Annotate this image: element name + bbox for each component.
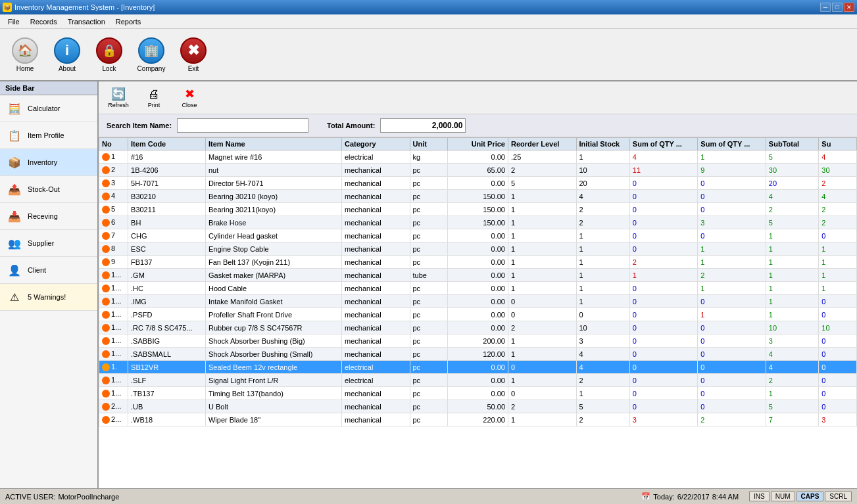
- cell-name: Rubber cup 7/8 S SC47567R: [205, 321, 341, 334]
- cell-unit: pc: [410, 334, 448, 348]
- today-date: 6/22/2017: [677, 493, 710, 501]
- exit-button[interactable]: ✖ Exit: [174, 32, 213, 78]
- sidebar-item-stock-out[interactable]: 📤 Stock-Out: [0, 176, 97, 203]
- cell-sumqty1: 0: [629, 361, 698, 374]
- table-row[interactable]: 1... .TB137 Timing Belt 137(bando) mecha…: [99, 387, 857, 400]
- menu-records[interactable]: Records: [25, 16, 62, 27]
- cell-code: SB12VR: [128, 361, 206, 374]
- table-row[interactable]: 1... .GM Gasket maker (MARPA) mechanical…: [99, 269, 857, 282]
- cell-no: 1: [99, 150, 128, 164]
- sidebar-item-inventory[interactable]: 📦 Inventory: [0, 149, 97, 176]
- cell-category: mechanical: [342, 190, 410, 203]
- title-text: Inventory Management System - [Inventory…: [14, 3, 155, 11]
- inventory-table-container[interactable]: No Item Code Item Name Category Unit Uni…: [99, 137, 857, 488]
- client-icon: 👤: [5, 261, 24, 279]
- table-row[interactable]: 1 #16 Magnet wire #16 electrical kg 0.00…: [99, 150, 857, 164]
- stock-out-icon: 📤: [5, 180, 24, 198]
- refresh-button[interactable]: 🔄 Refresh: [101, 83, 135, 112]
- table-row[interactable]: 7 CHG Cylinder Head gasket mechanical pc…: [99, 229, 857, 242]
- cell-sumqty2: 3: [698, 216, 766, 229]
- cell-initial: 4: [576, 361, 629, 374]
- lock-button[interactable]: 🔒 Lock: [89, 32, 129, 78]
- sidebar-item-item-profile[interactable]: 📋 Item Profile: [0, 122, 97, 149]
- print-button[interactable]: 🖨 Print: [137, 83, 171, 112]
- cell-subtotal: 1: [766, 229, 819, 242]
- table-row[interactable]: 1... .SABBIG Shock Absorber Bushing (Big…: [99, 334, 857, 348]
- home-button[interactable]: 🏠 Home: [5, 32, 45, 78]
- cell-sumqty2: 0: [698, 190, 766, 203]
- sidebar-item-receiving[interactable]: 📥 Receving: [0, 203, 97, 230]
- table-row[interactable]: 5 B30211 Bearing 30211(koyo) mechanical …: [99, 203, 857, 216]
- cell-unit: pc: [410, 177, 448, 190]
- minimize-button[interactable]: ─: [820, 3, 831, 12]
- active-user-value: MotorPoolIncharge: [58, 493, 119, 501]
- table-row[interactable]: 4 B30210 Bearing 30210 (koyo) mechanical…: [99, 190, 857, 203]
- table-row[interactable]: 1... .SLF Signal Light Front L/R electri…: [99, 374, 857, 387]
- cell-unit: pc: [410, 387, 448, 400]
- table-row[interactable]: 2... .WB18 Wiper Blade 18" mechanical pc…: [99, 413, 857, 426]
- cell-no: 7: [99, 229, 128, 242]
- cell-initial: 1: [576, 295, 629, 308]
- calculator-icon: 🧮: [5, 99, 24, 118]
- sidebar-item-client[interactable]: 👤 Client: [0, 257, 97, 284]
- cell-code: B30211: [128, 203, 206, 216]
- table-row[interactable]: 1... .HC Hood Cable mechanical pc 0.00 1…: [99, 282, 857, 295]
- close-button[interactable]: ✖ Close: [172, 83, 207, 112]
- cell-price: 0.00: [448, 177, 508, 190]
- cell-subtotal: 1: [766, 269, 819, 282]
- cell-unit: pc: [410, 190, 448, 203]
- company-button[interactable]: 🏢 Company: [132, 32, 171, 78]
- cell-reorder: 1: [508, 374, 577, 387]
- cell-su: 0: [819, 361, 857, 374]
- table-row[interactable]: 2 1B-4206 nut mechanical pc 65.00 2 10 1…: [99, 164, 857, 177]
- col-header-category: Category: [342, 138, 410, 150]
- cell-code: .SLF: [128, 374, 206, 387]
- cell-unit: pc: [410, 216, 448, 229]
- cell-price: 65.00: [448, 164, 508, 177]
- home-label: Home: [16, 65, 34, 72]
- item-profile-icon: 📋: [5, 126, 24, 145]
- sidebar-item-calculator[interactable]: 🧮 Calculator: [0, 95, 97, 122]
- cell-name: Fan Belt 137 (Kyojin 211): [205, 256, 341, 269]
- menu-file[interactable]: File: [3, 16, 25, 27]
- table-row[interactable]: 1... .IMG Intake Manifold Gasket mechani…: [99, 295, 857, 308]
- cell-price: 150.00: [448, 190, 508, 203]
- close-window-button[interactable]: ✕: [844, 3, 854, 12]
- table-row[interactable]: 2... .UB U Bolt mechanical pc 50.00 2 5 …: [99, 400, 857, 413]
- exit-label: Exit: [188, 65, 199, 72]
- menu-reports[interactable]: Reports: [110, 16, 147, 27]
- maximize-button[interactable]: □: [832, 3, 843, 12]
- cell-su: 3: [819, 413, 857, 426]
- table-row[interactable]: 1... .PSFD Profeller Shaft Front Drive m…: [99, 308, 857, 321]
- table-row[interactable]: 1... .RC 7/8 S SC475... Rubber cup 7/8 S…: [99, 321, 857, 334]
- table-row[interactable]: 1. SB12VR Sealed Beem 12v rectangle elec…: [99, 361, 857, 374]
- cell-price: 0.00: [448, 150, 508, 164]
- status-bar: ACTIVE USER: MotorPoolIncharge 📅 Today: …: [0, 488, 857, 504]
- cell-unit: pc: [410, 295, 448, 308]
- cell-code: CHG: [128, 229, 206, 242]
- about-button[interactable]: i About: [47, 32, 87, 78]
- menu-transaction[interactable]: Transaction: [62, 16, 110, 27]
- sidebar-warnings-label: 5 Warnings!: [28, 293, 66, 301]
- sidebar-item-warnings[interactable]: ⚠ 5 Warnings!: [0, 284, 97, 311]
- ins-key: INS: [749, 492, 770, 501]
- cell-sumqty2: 0: [698, 295, 766, 308]
- sidebar-item-supplier[interactable]: 👥 Supplier: [0, 230, 97, 257]
- cell-category: mechanical: [342, 203, 410, 216]
- cell-su: 2: [819, 203, 857, 216]
- table-row[interactable]: 1... .SABSMALL Shock Absorber Bushing (S…: [99, 348, 857, 361]
- search-input[interactable]: [177, 118, 308, 133]
- table-row[interactable]: 6 BH Brake Hose mechanical pc 150.00 1 2…: [99, 216, 857, 229]
- cell-su: 4: [819, 190, 857, 203]
- cell-no: 4: [99, 190, 128, 203]
- cell-code: FB137: [128, 256, 206, 269]
- cell-no: 1...: [99, 387, 128, 400]
- cell-category: electrical: [342, 374, 410, 387]
- about-icon: i: [54, 37, 80, 64]
- cell-price: 50.00: [448, 400, 508, 413]
- table-row[interactable]: 9 FB137 Fan Belt 137 (Kyojin 211) mechan…: [99, 256, 857, 269]
- cell-subtotal: 30: [766, 164, 819, 177]
- table-row[interactable]: 3 5H-7071 Director 5H-7071 mechanical pc…: [99, 177, 857, 190]
- table-row[interactable]: 8 ESC Engine Stop Cable mechanical pc 0.…: [99, 242, 857, 256]
- today-label: Today:: [653, 493, 674, 501]
